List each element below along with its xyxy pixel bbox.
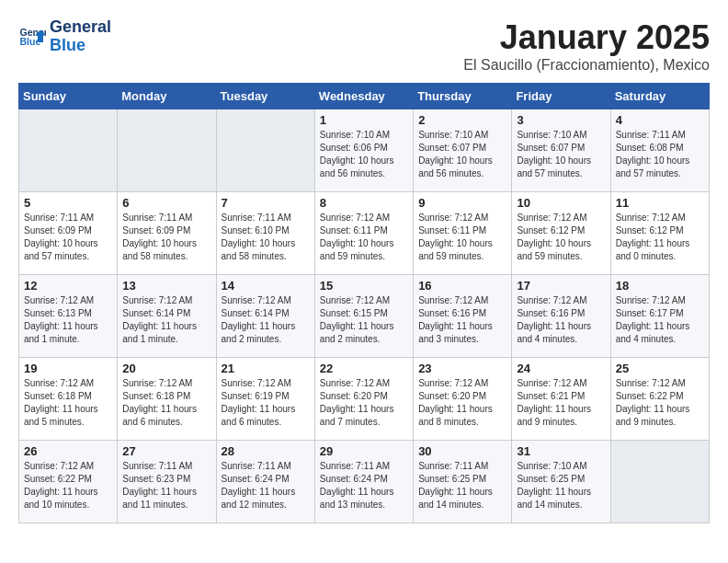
svg-text:Blue: Blue — [20, 36, 41, 47]
day-info: Sunrise: 7:12 AM Sunset: 6:16 PM Dayligh… — [418, 294, 506, 346]
calendar-cell: 30Sunrise: 7:11 AM Sunset: 6:25 PM Dayli… — [414, 441, 512, 523]
calendar-cell: 17Sunrise: 7:12 AM Sunset: 6:16 PM Dayli… — [512, 275, 610, 358]
day-number: 13 — [122, 279, 210, 293]
day-number: 26 — [24, 444, 112, 458]
weekday-header-saturday: Saturday — [610, 84, 709, 109]
day-number: 14 — [222, 279, 310, 293]
day-number: 3 — [517, 113, 605, 127]
calendar-cell: 2Sunrise: 7:10 AM Sunset: 6:07 PM Daylig… — [414, 109, 512, 192]
calendar-cell: 14Sunrise: 7:12 AM Sunset: 6:14 PM Dayli… — [216, 275, 314, 358]
week-row-3: 12Sunrise: 7:12 AM Sunset: 6:13 PM Dayli… — [19, 275, 710, 358]
calendar-title: January 2025 — [463, 18, 710, 57]
calendar-cell: 25Sunrise: 7:12 AM Sunset: 6:22 PM Dayli… — [610, 358, 709, 441]
day-number: 15 — [320, 279, 408, 293]
calendar-cell: 20Sunrise: 7:12 AM Sunset: 6:18 PM Dayli… — [118, 358, 216, 441]
day-info: Sunrise: 7:11 AM Sunset: 6:24 PM Dayligh… — [320, 460, 408, 511]
calendar-cell: 5Sunrise: 7:11 AM Sunset: 6:09 PM Daylig… — [19, 192, 118, 275]
calendar-table: SundayMondayTuesdayWednesdayThursdayFrid… — [18, 83, 710, 523]
calendar-cell: 26Sunrise: 7:12 AM Sunset: 6:22 PM Dayli… — [19, 441, 118, 523]
day-number: 27 — [122, 444, 210, 458]
day-number: 5 — [24, 196, 112, 210]
day-number: 24 — [517, 362, 605, 375]
day-info: Sunrise: 7:12 AM Sunset: 6:18 PM Dayligh… — [24, 377, 112, 429]
day-number: 1 — [320, 113, 408, 127]
day-info: Sunrise: 7:11 AM Sunset: 6:09 PM Dayligh… — [122, 212, 210, 263]
day-info: Sunrise: 7:12 AM Sunset: 6:12 PM Dayligh… — [616, 212, 704, 263]
day-info: Sunrise: 7:12 AM Sunset: 6:20 PM Dayligh… — [320, 377, 408, 429]
day-info: Sunrise: 7:11 AM Sunset: 6:09 PM Dayligh… — [24, 212, 112, 263]
calendar-cell: 9Sunrise: 7:12 AM Sunset: 6:11 PM Daylig… — [414, 192, 512, 275]
weekday-header-friday: Friday — [512, 84, 610, 109]
calendar-cell: 16Sunrise: 7:12 AM Sunset: 6:16 PM Dayli… — [414, 275, 512, 358]
calendar-cell: 29Sunrise: 7:11 AM Sunset: 6:24 PM Dayli… — [314, 441, 413, 523]
week-row-4: 19Sunrise: 7:12 AM Sunset: 6:18 PM Dayli… — [19, 358, 710, 441]
day-info: Sunrise: 7:12 AM Sunset: 6:11 PM Dayligh… — [418, 212, 506, 263]
week-row-2: 5Sunrise: 7:11 AM Sunset: 6:09 PM Daylig… — [19, 192, 710, 275]
day-info: Sunrise: 7:12 AM Sunset: 6:22 PM Dayligh… — [616, 377, 704, 429]
day-info: Sunrise: 7:10 AM Sunset: 6:07 PM Dayligh… — [517, 129, 605, 180]
day-number: 9 — [418, 196, 506, 210]
day-number: 29 — [320, 444, 408, 458]
day-number: 22 — [320, 362, 408, 375]
day-number: 21 — [222, 362, 310, 375]
day-number: 8 — [320, 196, 408, 210]
day-info: Sunrise: 7:12 AM Sunset: 6:14 PM Dayligh… — [222, 294, 310, 346]
weekday-header-sunday: Sunday — [19, 84, 118, 109]
day-info: Sunrise: 7:10 AM Sunset: 6:06 PM Dayligh… — [320, 129, 408, 180]
day-number: 7 — [222, 196, 310, 210]
calendar-cell: 23Sunrise: 7:12 AM Sunset: 6:20 PM Dayli… — [414, 358, 512, 441]
day-number: 31 — [517, 444, 605, 458]
day-info: Sunrise: 7:12 AM Sunset: 6:19 PM Dayligh… — [222, 377, 310, 429]
calendar-cell: 8Sunrise: 7:12 AM Sunset: 6:11 PM Daylig… — [314, 192, 413, 275]
calendar-cell: 28Sunrise: 7:11 AM Sunset: 6:24 PM Dayli… — [216, 441, 314, 523]
calendar-cell: 22Sunrise: 7:12 AM Sunset: 6:20 PM Dayli… — [314, 358, 413, 441]
calendar-cell: 18Sunrise: 7:12 AM Sunset: 6:17 PM Dayli… — [610, 275, 709, 358]
header: General Blue General Blue January 2025 E… — [18, 18, 710, 74]
day-info: Sunrise: 7:12 AM Sunset: 6:13 PM Dayligh… — [24, 294, 112, 346]
day-number: 23 — [418, 362, 506, 375]
day-number: 25 — [616, 362, 704, 375]
calendar-cell: 11Sunrise: 7:12 AM Sunset: 6:12 PM Dayli… — [610, 192, 709, 275]
title-area: January 2025 El Saucillo (Fraccionamient… — [463, 18, 710, 74]
calendar-cell: 12Sunrise: 7:12 AM Sunset: 6:13 PM Dayli… — [19, 275, 118, 358]
weekday-header-thursday: Thursday — [414, 84, 512, 109]
weekday-header-monday: Monday — [118, 84, 216, 109]
day-info: Sunrise: 7:12 AM Sunset: 6:16 PM Dayligh… — [517, 294, 605, 346]
day-info: Sunrise: 7:12 AM Sunset: 6:18 PM Dayligh… — [122, 377, 210, 429]
calendar-cell — [118, 109, 216, 192]
day-number: 12 — [24, 279, 112, 293]
day-info: Sunrise: 7:12 AM Sunset: 6:20 PM Dayligh… — [418, 377, 506, 429]
calendar-cell: 24Sunrise: 7:12 AM Sunset: 6:21 PM Dayli… — [512, 358, 610, 441]
calendar-subtitle: El Saucillo (Fraccionamiento), Mexico — [463, 57, 710, 74]
calendar-cell: 13Sunrise: 7:12 AM Sunset: 6:14 PM Dayli… — [118, 275, 216, 358]
calendar-cell: 3Sunrise: 7:10 AM Sunset: 6:07 PM Daylig… — [512, 109, 610, 192]
week-row-1: 1Sunrise: 7:10 AM Sunset: 6:06 PM Daylig… — [19, 109, 710, 192]
day-number: 16 — [418, 279, 506, 293]
day-info: Sunrise: 7:10 AM Sunset: 6:25 PM Dayligh… — [517, 460, 605, 511]
day-number: 28 — [222, 444, 310, 458]
day-number: 30 — [418, 444, 506, 458]
day-number: 20 — [122, 362, 210, 375]
day-number: 6 — [122, 196, 210, 210]
calendar-cell — [216, 109, 314, 192]
day-number: 19 — [24, 362, 112, 375]
day-info: Sunrise: 7:12 AM Sunset: 6:21 PM Dayligh… — [517, 377, 605, 429]
day-info: Sunrise: 7:11 AM Sunset: 6:25 PM Dayligh… — [418, 460, 506, 511]
calendar-cell: 10Sunrise: 7:12 AM Sunset: 6:12 PM Dayli… — [512, 192, 610, 275]
day-info: Sunrise: 7:11 AM Sunset: 6:23 PM Dayligh… — [122, 460, 210, 511]
day-number: 4 — [616, 113, 704, 127]
calendar-cell: 1Sunrise: 7:10 AM Sunset: 6:06 PM Daylig… — [314, 109, 413, 192]
calendar-cell: 7Sunrise: 7:11 AM Sunset: 6:10 PM Daylig… — [216, 192, 314, 275]
day-info: Sunrise: 7:12 AM Sunset: 6:17 PM Dayligh… — [616, 294, 704, 346]
logo-icon: General Blue — [18, 23, 46, 51]
calendar-cell — [19, 109, 118, 192]
weekday-header-tuesday: Tuesday — [216, 84, 314, 109]
calendar-cell: 19Sunrise: 7:12 AM Sunset: 6:18 PM Dayli… — [19, 358, 118, 441]
calendar-cell: 27Sunrise: 7:11 AM Sunset: 6:23 PM Dayli… — [118, 441, 216, 523]
day-info: Sunrise: 7:11 AM Sunset: 6:24 PM Dayligh… — [222, 460, 310, 511]
day-info: Sunrise: 7:11 AM Sunset: 6:08 PM Dayligh… — [616, 129, 704, 180]
day-info: Sunrise: 7:10 AM Sunset: 6:07 PM Dayligh… — [418, 129, 506, 180]
calendar-cell: 21Sunrise: 7:12 AM Sunset: 6:19 PM Dayli… — [216, 358, 314, 441]
logo: General Blue General Blue — [18, 18, 111, 55]
day-number: 18 — [616, 279, 704, 293]
